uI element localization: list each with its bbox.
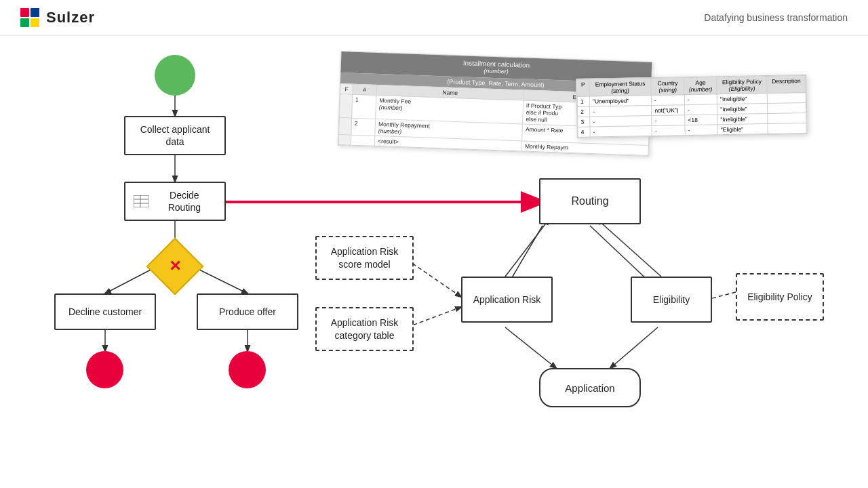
produce-offer-node: Produce offer (197, 293, 298, 330)
svg-line-12 (505, 327, 556, 368)
decision-table-icon (134, 195, 149, 207)
col-p: P (577, 79, 589, 96)
application-risk-node: Application Risk (461, 277, 553, 323)
routing-node: Routing (539, 178, 641, 224)
logo-text: Sulzer (46, 9, 95, 26)
svg-line-5 (195, 268, 248, 293)
col-employment: Employment Status(string) (589, 79, 652, 97)
end-produce-node (229, 351, 266, 388)
eligibility-node: Eligibility (631, 277, 712, 323)
logo-red-cell (20, 8, 29, 17)
app-risk-score-model-label: Application Risk score model (325, 245, 404, 270)
diamond-x-icon: ✕ (169, 258, 181, 275)
svg-line-11 (597, 219, 661, 277)
produce-offer-label: Produce offer (219, 306, 276, 318)
diamond-node: ✕ (155, 246, 195, 287)
logo-green-cell (20, 18, 29, 27)
svg-line-13 (610, 327, 658, 368)
start-node (155, 55, 195, 96)
collect-applicant-data-node: Collect applicant data (124, 116, 226, 155)
col-country: Country(string) (651, 78, 684, 96)
decide-routing-node: Decide Routing (124, 182, 226, 221)
app-risk-category-table-node: Application Risk category table (315, 307, 414, 351)
svg-line-15 (407, 307, 461, 327)
table-back-col1: # (353, 84, 377, 95)
application-label: Application (565, 382, 614, 394)
eligibility-policy-label: Eligibility Policy (747, 291, 812, 303)
table-back-f: F (340, 84, 353, 95)
logo-grid (20, 8, 39, 27)
col-desc: Description (767, 76, 806, 94)
svg-rect-17 (134, 195, 149, 207)
eligibility-table-body: P Employment Status(string) Country(stri… (576, 75, 806, 138)
logo-blue-cell (31, 8, 39, 17)
routing-label: Routing (571, 195, 608, 209)
col-age: Age(number) (684, 77, 717, 95)
logo-yellow-cell (31, 18, 39, 27)
svg-line-3 (105, 268, 155, 293)
end-decline-node (86, 351, 123, 388)
svg-line-10 (505, 219, 549, 277)
header: Sulzer Datafying business transformation (0, 0, 868, 36)
svg-line-9 (590, 226, 651, 283)
decline-customer-label: Decline customer (68, 306, 142, 318)
decline-customer-node: Decline customer (54, 293, 156, 330)
col-policy: Eligibility Policy(Eligibility) (717, 77, 767, 94)
svg-line-8 (509, 226, 542, 283)
main-canvas: Installment calculation (number) (Produc… (0, 36, 868, 483)
eligibility-label: Eligibility (653, 293, 690, 306)
app-risk-score-model-node: Application Risk score model (315, 236, 414, 280)
svg-line-14 (407, 260, 461, 297)
app-risk-category-table-label: Application Risk category table (325, 317, 404, 341)
collect-applicant-data-label: Collect applicant data (134, 123, 216, 148)
eligibility-table: P Employment Status(string) Country(stri… (576, 75, 807, 138)
eligibility-policy-node: Eligibility Policy (736, 273, 824, 321)
decide-routing-label: Decide Routing (153, 189, 216, 214)
logo: Sulzer (20, 8, 95, 27)
tagline: Datafying business transformation (704, 12, 848, 23)
application-risk-label: Application Risk (473, 293, 541, 306)
application-node: Application (539, 368, 641, 407)
